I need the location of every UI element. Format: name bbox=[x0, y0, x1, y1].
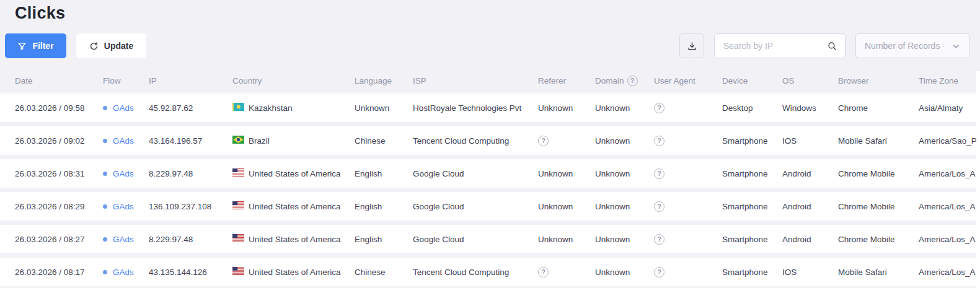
magnifier-icon[interactable] bbox=[827, 41, 837, 51]
country-name: United States of America bbox=[249, 268, 341, 277]
column-header-user-agent: User Agent bbox=[654, 76, 722, 85]
cell-domain: Unknown bbox=[595, 103, 654, 113]
records-dropdown-label: Number of Records bbox=[865, 41, 940, 51]
cell-date: 26.03.2026 / 09:02 bbox=[15, 136, 103, 146]
cell-device: Smartphone bbox=[722, 235, 782, 244]
referer-help-icon[interactable]: ? bbox=[538, 267, 549, 277]
cell-date: 26.03.2026 / 08:31 bbox=[15, 169, 103, 178]
cell-ip: 43.164.196.57 bbox=[149, 136, 232, 146]
table-row: 26.03.2026 / 08:29GAds136.109.237.108Uni… bbox=[0, 192, 980, 220]
download-button[interactable] bbox=[679, 33, 704, 58]
filter-button-label: Filter bbox=[32, 41, 53, 51]
cell-device: Desktop bbox=[722, 103, 782, 113]
flag-brazil-icon bbox=[232, 136, 244, 146]
cell-language: English bbox=[355, 235, 413, 244]
user-agent-help-icon[interactable]: ? bbox=[654, 103, 664, 113]
flow-status-dot-icon bbox=[103, 106, 107, 110]
cell-isp: Tencent Cloud Computing bbox=[413, 136, 538, 146]
cell-date: 26.03.2026 / 09:58 bbox=[15, 103, 103, 113]
flow-link[interactable]: GAds bbox=[113, 268, 134, 277]
flow-status-dot-icon bbox=[103, 139, 107, 143]
cell-referer: ? bbox=[538, 136, 595, 146]
table-row: 26.03.2026 / 08:17GAds43.135.144.126Unit… bbox=[0, 258, 980, 286]
cell-country: United States of America bbox=[232, 168, 355, 178]
cell-country: Kazakhstan bbox=[232, 103, 355, 113]
flow-link[interactable]: GAds bbox=[113, 169, 134, 178]
flow-link[interactable]: GAds bbox=[113, 202, 134, 211]
country-name: United States of America bbox=[249, 235, 341, 244]
cell-isp: Google Cloud bbox=[413, 235, 538, 244]
cell-isp: Google Cloud bbox=[413, 169, 538, 178]
cell-date: 26.03.2026 / 08:27 bbox=[15, 235, 103, 244]
domain-help-icon[interactable]: ? bbox=[627, 76, 638, 86]
cell-ip: 45.92.87.62 bbox=[149, 103, 232, 113]
filter-button[interactable]: Filter bbox=[5, 33, 66, 58]
refresh-icon bbox=[89, 41, 99, 51]
column-header-label: Language bbox=[355, 76, 392, 85]
user-agent-help-icon[interactable]: ? bbox=[654, 267, 664, 277]
cell-ip: 8.229.97.48 bbox=[149, 169, 232, 178]
cell-timezone: America/Los_A bbox=[919, 268, 980, 277]
column-header-label: IP bbox=[149, 76, 157, 85]
user-agent-help-icon[interactable]: ? bbox=[654, 201, 664, 212]
records-dropdown[interactable]: Number of Records bbox=[855, 33, 970, 58]
cell-flow: GAds bbox=[103, 235, 149, 244]
flag-usa-icon bbox=[232, 201, 244, 211]
column-header-os: OS bbox=[782, 76, 838, 85]
cell-device: Smartphone bbox=[722, 169, 782, 178]
referer-help-icon[interactable]: ? bbox=[538, 136, 549, 146]
cell-user-agent: ? bbox=[654, 136, 722, 146]
cell-flow: GAds bbox=[103, 136, 149, 146]
column-header-label: Referer bbox=[538, 76, 566, 85]
flag-usa-icon bbox=[232, 234, 244, 244]
column-header-country: Country bbox=[232, 76, 355, 85]
flow-status-dot-icon bbox=[103, 270, 107, 274]
cell-country: Brazil bbox=[232, 136, 355, 146]
cell-language: Chinese bbox=[355, 268, 413, 277]
cell-date: 26.03.2026 / 08:29 bbox=[15, 202, 103, 211]
table-row: 26.03.2026 / 09:58GAds45.92.87.62Kazakhs… bbox=[0, 94, 980, 122]
cell-referer: Unknown bbox=[538, 169, 595, 178]
user-agent-help-icon[interactable]: ? bbox=[654, 168, 664, 179]
cell-user-agent: ? bbox=[654, 201, 722, 212]
cell-os: Android bbox=[782, 202, 838, 211]
cell-device: Smartphone bbox=[722, 136, 782, 146]
cell-flow: GAds bbox=[103, 268, 149, 277]
vertical-scrollbar[interactable] bbox=[976, 71, 980, 288]
cell-language: English bbox=[355, 202, 413, 211]
country-name: United States of America bbox=[249, 202, 341, 211]
cell-timezone: America/Los_A bbox=[919, 202, 980, 211]
cell-browser: Chrome Mobile bbox=[838, 169, 919, 178]
country-name: Brazil bbox=[249, 136, 270, 146]
funnel-icon bbox=[17, 41, 27, 51]
flow-link[interactable]: GAds bbox=[113, 103, 134, 113]
search-input[interactable] bbox=[722, 40, 827, 51]
cell-language: Chinese bbox=[355, 136, 413, 146]
cell-ip: 8.229.97.48 bbox=[149, 235, 232, 244]
column-header-label: Device bbox=[722, 76, 748, 85]
column-header-flow: Flow bbox=[103, 76, 149, 85]
table-row: 26.03.2026 / 08:27GAds8.229.97.48United … bbox=[0, 225, 980, 253]
column-header-domain: Domain? bbox=[595, 76, 654, 86]
column-header-label: Flow bbox=[103, 76, 121, 85]
cell-device: Smartphone bbox=[722, 202, 782, 211]
update-button[interactable]: Update bbox=[76, 33, 146, 58]
cell-user-agent: ? bbox=[654, 234, 722, 245]
cell-browser: Chrome bbox=[838, 103, 919, 113]
cell-country: United States of America bbox=[232, 234, 355, 244]
cell-language: Unknown bbox=[355, 103, 413, 113]
cell-timezone: America/Los_A bbox=[919, 169, 980, 178]
user-agent-help-icon[interactable]: ? bbox=[654, 234, 664, 245]
flow-status-dot-icon bbox=[103, 237, 107, 242]
cell-browser: Mobile Safari bbox=[838, 136, 919, 146]
column-header-device: Device bbox=[722, 76, 782, 85]
cell-flow: GAds bbox=[103, 103, 149, 113]
flow-link[interactable]: GAds bbox=[113, 235, 134, 244]
user-agent-help-icon[interactable]: ? bbox=[654, 136, 664, 146]
column-header-label: Browser bbox=[838, 76, 869, 85]
flag-usa-icon bbox=[232, 168, 244, 178]
column-header-label: ISP bbox=[413, 76, 426, 85]
cell-ip: 136.109.237.108 bbox=[149, 202, 232, 211]
flow-link[interactable]: GAds bbox=[113, 136, 134, 146]
cell-browser: Chrome Mobile bbox=[838, 235, 919, 244]
